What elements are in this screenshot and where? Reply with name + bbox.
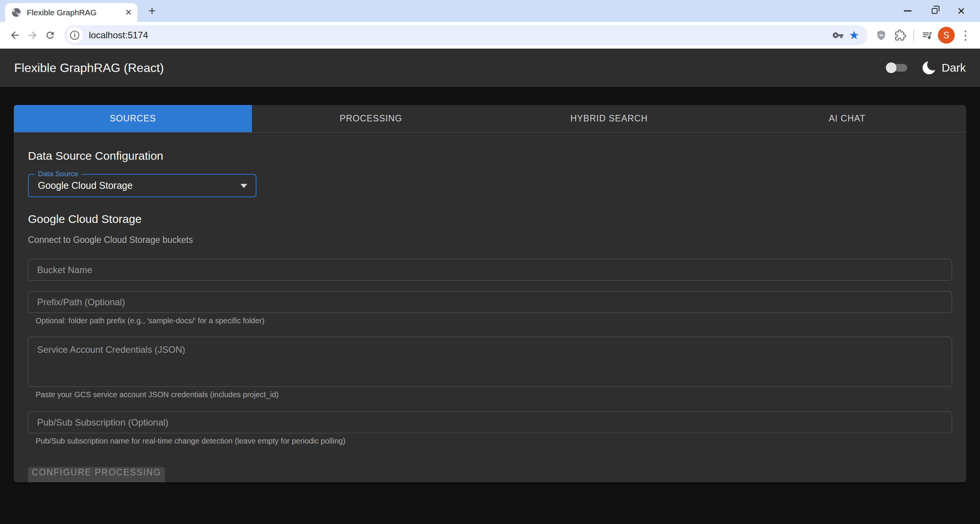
pubsub-subscription-input[interactable] <box>28 411 952 433</box>
window-controls: ✕ <box>894 0 975 22</box>
panel-title: Data Source Configuration <box>28 149 952 162</box>
forward-button[interactable] <box>24 26 41 44</box>
toolbar-separator <box>913 29 914 41</box>
bookmark-button[interactable]: ★ <box>846 27 862 43</box>
chevron-down-icon <box>240 184 247 188</box>
reload-icon <box>45 30 56 41</box>
extensions-button[interactable] <box>892 27 909 44</box>
browser-tab[interactable]: Flexible GraphRAG ✕ <box>5 3 137 22</box>
data-source-select-label: Data Source <box>35 170 82 178</box>
sources-panel: Data Source Configuration Data Source Go… <box>14 133 966 482</box>
prefix-helper-text: Optional: folder path prefix (e.g., 'sam… <box>36 316 952 325</box>
profile-avatar[interactable]: S <box>938 27 955 44</box>
prefix-field-group: Optional: folder path prefix (e.g., 'sam… <box>28 291 952 325</box>
window-restore-button[interactable] <box>921 0 948 22</box>
window-minimize-button[interactable] <box>894 0 921 22</box>
site-info-button[interactable]: i <box>67 27 83 43</box>
back-arrow-icon <box>9 29 21 41</box>
close-icon: ✕ <box>957 6 965 16</box>
reload-button[interactable] <box>41 26 59 44</box>
tab-hybrid-search[interactable]: HYBRID SEARCH <box>490 105 728 132</box>
theme-label: Dark <box>942 61 966 74</box>
tab-ai-chat[interactable]: AI CHAT <box>728 105 966 132</box>
theme-toggle-switch[interactable] <box>887 64 907 72</box>
new-tab-button[interactable]: + <box>145 5 158 18</box>
star-icon: ★ <box>849 29 859 41</box>
page-body: SOURCES PROCESSING HYBRID SEARCH AI CHAT… <box>0 87 980 482</box>
shield-icon <box>875 29 887 41</box>
favicon-globe-icon <box>11 7 21 18</box>
adblock-extension-button[interactable] <box>873 27 890 44</box>
service-account-credentials-textarea[interactable] <box>28 337 952 387</box>
toolbar-right: S ⋮ <box>873 27 974 44</box>
configure-processing-button[interactable]: CONFIGURE PROCESSING → <box>28 467 165 482</box>
key-icon <box>832 29 844 41</box>
back-button[interactable] <box>6 26 24 44</box>
info-icon: i <box>70 31 79 40</box>
browser-toolbar: i localhost:5174 ★ <box>0 22 980 49</box>
tab-close-icon[interactable]: ✕ <box>125 8 132 17</box>
forward-arrow-icon <box>27 29 38 41</box>
moon-icon <box>923 61 936 74</box>
tab-sources[interactable]: SOURCES <box>14 105 252 132</box>
prefix-path-input[interactable] <box>28 291 952 313</box>
pubsub-field-group: Pub/Sub subscription name for real-time … <box>28 411 952 445</box>
browser-tab-title: Flexible GraphRAG <box>27 8 121 17</box>
data-source-select-value: Google Cloud Storage <box>38 180 132 191</box>
credentials-helper-text: Paste your GCS service account JSON cred… <box>36 390 952 399</box>
restore-icon <box>932 8 938 14</box>
pubsub-helper-text: Pub/Sub subscription name for real-time … <box>36 437 952 445</box>
section-title: Google Cloud Storage <box>28 213 952 226</box>
url-text: localhost:5174 <box>89 30 148 41</box>
section-subtitle: Connect to Google Cloud Storage buckets <box>28 235 952 245</box>
queue-music-icon <box>921 29 933 41</box>
media-controls-button[interactable] <box>919 27 936 44</box>
app-header: Flexible GraphRAG (React) Dark <box>0 49 980 87</box>
browser-tabstrip: Flexible GraphRAG ✕ + ✕ <box>0 0 980 22</box>
minimize-icon <box>904 10 911 11</box>
browser-window: Flexible GraphRAG ✕ + ✕ i localhost:5174 <box>0 0 980 49</box>
bucket-field-group <box>28 259 952 281</box>
tab-processing[interactable]: PROCESSING <box>252 105 490 132</box>
theme-controls: Dark <box>887 61 966 74</box>
bucket-name-input[interactable] <box>28 259 952 281</box>
switch-knob <box>886 62 897 73</box>
main-card: SOURCES PROCESSING HYBRID SEARCH AI CHAT… <box>14 105 966 482</box>
browser-menu-button[interactable]: ⋮ <box>957 27 974 44</box>
tab-bar: SOURCES PROCESSING HYBRID SEARCH AI CHAT <box>14 105 966 133</box>
credentials-field-group: Paste your GCS service account JSON cred… <box>28 337 952 399</box>
puzzle-icon <box>895 29 906 41</box>
data-source-select[interactable]: Data Source Google Cloud Storage <box>28 174 256 197</box>
app-title: Flexible GraphRAG (React) <box>14 61 164 75</box>
address-bar[interactable]: i localhost:5174 ★ <box>64 25 867 45</box>
kebab-menu-icon: ⋮ <box>959 29 972 41</box>
window-close-button[interactable]: ✕ <box>948 0 975 22</box>
password-manager-button[interactable] <box>830 27 846 43</box>
